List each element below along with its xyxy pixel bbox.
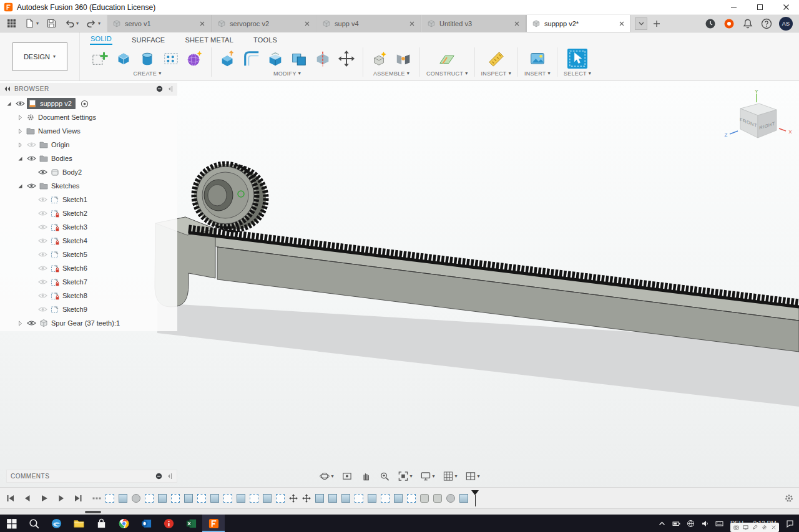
browser-row-document-settings[interactable]: Document Settings <box>0 110 177 124</box>
play-button[interactable] <box>39 493 50 503</box>
close-tab-icon[interactable] <box>618 20 625 27</box>
group-dropdown-label[interactable]: CONSTRUCT▾ <box>426 70 468 77</box>
visibility-eye-icon[interactable] <box>36 251 49 258</box>
collapse-panel-icon[interactable] <box>4 85 11 92</box>
timeline-settings-icon[interactable] <box>784 493 794 503</box>
group-dropdown-label[interactable]: INSPECT▾ <box>481 70 511 77</box>
save-button[interactable] <box>44 17 59 31</box>
joint-icon[interactable] <box>393 49 413 69</box>
group-dropdown-label[interactable]: MODIFY▾ <box>273 70 301 77</box>
close-tab-icon[interactable] <box>408 20 416 27</box>
edge-taskbar-icon[interactable] <box>45 515 67 532</box>
timeline-feature-move[interactable] <box>289 494 298 503</box>
browser-row-sketch1[interactable]: Sketch1 <box>0 193 177 206</box>
timeline-feature-sketch[interactable] <box>250 494 258 503</box>
group-dropdown-label[interactable]: ASSEMBLE▾ <box>373 70 409 77</box>
construction-plane-icon[interactable] <box>437 49 457 69</box>
browser-row-spur-gear-37-teeth-1[interactable]: Spur Gear (37 teeth):1 <box>0 316 177 330</box>
step-back-button[interactable] <box>22 493 33 503</box>
timeline-scroll-thumb[interactable] <box>85 511 101 513</box>
browser-row-sketch9[interactable]: Sketch9 <box>0 302 177 316</box>
visibility-eye-icon[interactable] <box>14 100 27 107</box>
speaker-icon[interactable] <box>701 520 709 528</box>
visibility-eye-icon[interactable] <box>25 142 38 148</box>
zoom-nav-button[interactable] <box>378 470 391 483</box>
timeline-feature-extrude[interactable] <box>394 494 403 503</box>
comments-panel[interactable]: COMMENTS <box>6 470 177 483</box>
outlook-taskbar-icon[interactable] <box>135 515 157 532</box>
timeline-feature-extrude[interactable] <box>341 494 350 503</box>
store-taskbar-icon[interactable] <box>90 515 112 532</box>
document-tab-supp-v4[interactable]: supp v4 <box>316 15 421 32</box>
minimize-button[interactable] <box>720 0 747 15</box>
timeline-feature-sketch[interactable] <box>171 494 180 503</box>
new-component-icon[interactable] <box>370 49 390 69</box>
timeline-feature-sketch[interactable] <box>407 494 416 503</box>
display-settings-nav-button[interactable]: ▾ <box>419 470 436 483</box>
timeline-feature-sketch[interactable] <box>381 494 390 503</box>
browser-row-named-views[interactable]: Named Views <box>0 124 177 138</box>
display-overlay-icon[interactable] <box>743 524 748 531</box>
visibility-eye-icon[interactable] <box>25 155 38 162</box>
browser-row-sketch8[interactable]: Sketch8 <box>0 289 177 302</box>
visibility-eye-icon[interactable] <box>36 279 49 285</box>
visibility-eye-icon[interactable] <box>25 320 38 326</box>
workspace-selector[interactable]: DESIGN▾ <box>12 42 67 71</box>
ribbon-tab-tools[interactable]: TOOLS <box>253 35 278 45</box>
ribbon-tab-surface[interactable]: SURFACE <box>131 35 165 45</box>
ribbon-tab-solid[interactable]: SOLID <box>90 34 112 45</box>
panel-minimize-icon[interactable] <box>156 85 163 92</box>
expander-collapsed-icon[interactable] <box>15 142 25 148</box>
explorer-taskbar-icon[interactable] <box>67 515 90 532</box>
gear-overlay-icon[interactable] <box>762 524 767 531</box>
timeline-feature-extrude[interactable] <box>328 494 337 503</box>
visibility-eye-icon[interactable] <box>36 293 49 299</box>
timeline-feature-extrude[interactable] <box>263 494 272 503</box>
action-center-icon[interactable] <box>786 520 794 528</box>
pattern-icon[interactable] <box>161 49 181 69</box>
fit-nav-button[interactable]: ▾ <box>396 470 413 483</box>
browser-row-sketches[interactable]: Sketches <box>0 179 177 193</box>
timeline-scrollbar[interactable] <box>0 508 799 515</box>
search-taskbar-icon[interactable] <box>22 515 45 532</box>
expander-expanded-icon[interactable] <box>15 183 25 189</box>
camera-overlay-icon[interactable] <box>733 524 739 531</box>
maximize-button[interactable] <box>747 0 773 15</box>
orbit-nav-button[interactable]: ▾ <box>318 470 335 483</box>
comments-minimize-icon[interactable] <box>155 473 162 480</box>
skip-start-button[interactable] <box>5 493 16 503</box>
viewport-canvas[interactable]: BROWSER supppp v2Document SettingsNamed … <box>0 81 799 487</box>
expander-collapsed-icon[interactable] <box>15 115 25 120</box>
step-forward-button[interactable] <box>56 493 67 503</box>
timeline-feature-extrude[interactable] <box>237 494 245 503</box>
split-body-icon[interactable] <box>313 49 333 69</box>
notification-bell-icon[interactable] <box>742 17 754 30</box>
show-data-panel-icon[interactable] <box>4 17 19 31</box>
expander-collapsed-icon[interactable] <box>15 128 25 134</box>
close-tab-icon[interactable] <box>199 20 206 27</box>
look-at-nav-button[interactable] <box>340 470 353 483</box>
timeline-feature-sketch[interactable] <box>197 494 206 503</box>
timeline-feature-extrude[interactable] <box>119 494 127 503</box>
timeline-feature-extrude[interactable] <box>368 494 376 503</box>
timeline-feature-circle[interactable] <box>446 494 455 503</box>
pen-overlay-icon[interactable] <box>752 524 758 531</box>
excel-taskbar-icon[interactable] <box>180 515 202 532</box>
spur-gear[interactable] <box>194 164 266 230</box>
browser-row-sketch4[interactable]: Sketch4 <box>0 234 177 248</box>
expander-expanded-icon[interactable] <box>15 156 25 162</box>
group-dropdown-label[interactable]: SELECT▾ <box>564 70 591 77</box>
undo-button[interactable]: ▾ <box>62 17 81 31</box>
help-icon[interactable] <box>760 17 773 30</box>
visibility-eye-icon[interactable] <box>36 224 49 230</box>
battery-icon[interactable] <box>672 520 680 528</box>
group-dropdown-label[interactable]: INSERT▾ <box>524 70 551 77</box>
cylinder-icon[interactable] <box>137 49 157 69</box>
document-tab-servo-v1[interactable]: servo v1 <box>107 15 212 32</box>
browser-row-sketch6[interactable]: Sketch6 <box>0 261 177 275</box>
visibility-eye-icon[interactable] <box>25 183 38 189</box>
timeline-feature-sketch[interactable] <box>105 494 114 503</box>
fusion-taskbar-icon[interactable] <box>202 515 225 532</box>
shell-icon[interactable] <box>265 49 285 69</box>
tab-list-dropdown[interactable] <box>635 17 647 30</box>
